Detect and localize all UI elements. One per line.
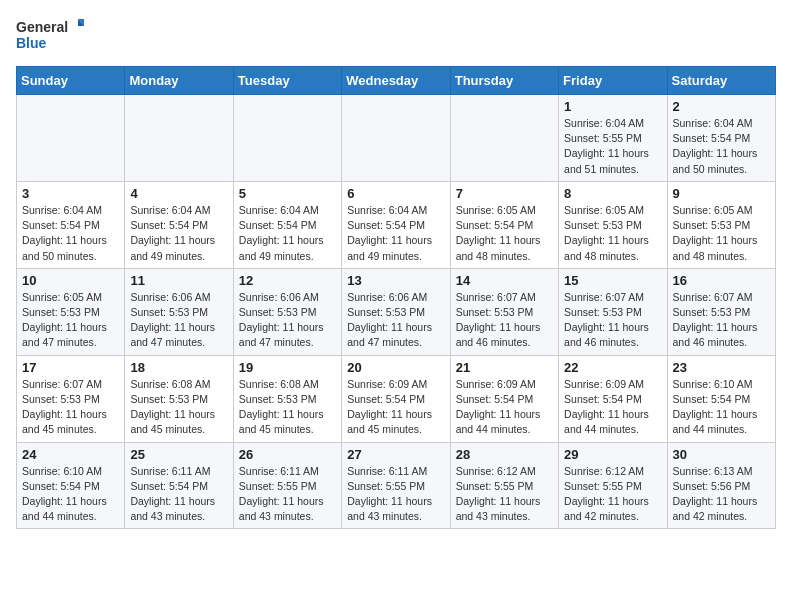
day-number: 17 <box>22 360 120 375</box>
day-info: Sunrise: 6:12 AMSunset: 5:55 PMDaylight:… <box>456 464 554 525</box>
calendar-cell: 23Sunrise: 6:10 AMSunset: 5:54 PMDayligh… <box>667 355 775 442</box>
day-number: 14 <box>456 273 554 288</box>
calendar-cell: 1Sunrise: 6:04 AMSunset: 5:55 PMDaylight… <box>559 95 667 182</box>
day-number: 28 <box>456 447 554 462</box>
calendar-cell: 30Sunrise: 6:13 AMSunset: 5:56 PMDayligh… <box>667 442 775 529</box>
day-info: Sunrise: 6:09 AMSunset: 5:54 PMDaylight:… <box>456 377 554 438</box>
day-info: Sunrise: 6:07 AMSunset: 5:53 PMDaylight:… <box>456 290 554 351</box>
calendar-cell: 17Sunrise: 6:07 AMSunset: 5:53 PMDayligh… <box>17 355 125 442</box>
day-number: 11 <box>130 273 228 288</box>
day-info: Sunrise: 6:11 AMSunset: 5:55 PMDaylight:… <box>347 464 445 525</box>
day-number: 13 <box>347 273 445 288</box>
calendar-cell: 25Sunrise: 6:11 AMSunset: 5:54 PMDayligh… <box>125 442 233 529</box>
calendar-cell: 3Sunrise: 6:04 AMSunset: 5:54 PMDaylight… <box>17 181 125 268</box>
day-info: Sunrise: 6:05 AMSunset: 5:54 PMDaylight:… <box>456 203 554 264</box>
week-row-3: 10Sunrise: 6:05 AMSunset: 5:53 PMDayligh… <box>17 268 776 355</box>
weekday-thursday: Thursday <box>450 67 558 95</box>
week-row-2: 3Sunrise: 6:04 AMSunset: 5:54 PMDaylight… <box>17 181 776 268</box>
page: General Blue SundayMondayTuesdayWednesda… <box>0 0 792 539</box>
day-info: Sunrise: 6:11 AMSunset: 5:55 PMDaylight:… <box>239 464 337 525</box>
calendar-cell: 24Sunrise: 6:10 AMSunset: 5:54 PMDayligh… <box>17 442 125 529</box>
weekday-saturday: Saturday <box>667 67 775 95</box>
weekday-tuesday: Tuesday <box>233 67 341 95</box>
week-row-1: 1Sunrise: 6:04 AMSunset: 5:55 PMDaylight… <box>17 95 776 182</box>
logo-svg: General Blue <box>16 16 86 56</box>
calendar-cell: 16Sunrise: 6:07 AMSunset: 5:53 PMDayligh… <box>667 268 775 355</box>
calendar-cell: 27Sunrise: 6:11 AMSunset: 5:55 PMDayligh… <box>342 442 450 529</box>
calendar: SundayMondayTuesdayWednesdayThursdayFrid… <box>16 66 776 529</box>
day-info: Sunrise: 6:09 AMSunset: 5:54 PMDaylight:… <box>347 377 445 438</box>
day-number: 29 <box>564 447 662 462</box>
svg-text:General: General <box>16 19 68 35</box>
day-info: Sunrise: 6:13 AMSunset: 5:56 PMDaylight:… <box>673 464 771 525</box>
calendar-cell <box>342 95 450 182</box>
svg-text:Blue: Blue <box>16 35 47 51</box>
calendar-cell: 22Sunrise: 6:09 AMSunset: 5:54 PMDayligh… <box>559 355 667 442</box>
day-info: Sunrise: 6:08 AMSunset: 5:53 PMDaylight:… <box>239 377 337 438</box>
day-info: Sunrise: 6:06 AMSunset: 5:53 PMDaylight:… <box>347 290 445 351</box>
day-number: 8 <box>564 186 662 201</box>
week-row-5: 24Sunrise: 6:10 AMSunset: 5:54 PMDayligh… <box>17 442 776 529</box>
week-row-4: 17Sunrise: 6:07 AMSunset: 5:53 PMDayligh… <box>17 355 776 442</box>
day-number: 19 <box>239 360 337 375</box>
day-info: Sunrise: 6:04 AMSunset: 5:55 PMDaylight:… <box>564 116 662 177</box>
calendar-cell <box>125 95 233 182</box>
calendar-cell: 26Sunrise: 6:11 AMSunset: 5:55 PMDayligh… <box>233 442 341 529</box>
day-info: Sunrise: 6:06 AMSunset: 5:53 PMDaylight:… <box>130 290 228 351</box>
day-number: 22 <box>564 360 662 375</box>
day-info: Sunrise: 6:11 AMSunset: 5:54 PMDaylight:… <box>130 464 228 525</box>
calendar-cell: 10Sunrise: 6:05 AMSunset: 5:53 PMDayligh… <box>17 268 125 355</box>
day-number: 7 <box>456 186 554 201</box>
day-number: 2 <box>673 99 771 114</box>
calendar-cell: 2Sunrise: 6:04 AMSunset: 5:54 PMDaylight… <box>667 95 775 182</box>
day-number: 21 <box>456 360 554 375</box>
weekday-friday: Friday <box>559 67 667 95</box>
logo: General Blue <box>16 16 86 56</box>
calendar-cell <box>17 95 125 182</box>
day-info: Sunrise: 6:04 AMSunset: 5:54 PMDaylight:… <box>239 203 337 264</box>
day-number: 23 <box>673 360 771 375</box>
day-info: Sunrise: 6:07 AMSunset: 5:53 PMDaylight:… <box>564 290 662 351</box>
day-number: 3 <box>22 186 120 201</box>
calendar-cell: 11Sunrise: 6:06 AMSunset: 5:53 PMDayligh… <box>125 268 233 355</box>
calendar-cell: 6Sunrise: 6:04 AMSunset: 5:54 PMDaylight… <box>342 181 450 268</box>
day-number: 20 <box>347 360 445 375</box>
day-info: Sunrise: 6:07 AMSunset: 5:53 PMDaylight:… <box>22 377 120 438</box>
calendar-cell: 15Sunrise: 6:07 AMSunset: 5:53 PMDayligh… <box>559 268 667 355</box>
calendar-cell: 29Sunrise: 6:12 AMSunset: 5:55 PMDayligh… <box>559 442 667 529</box>
calendar-cell: 19Sunrise: 6:08 AMSunset: 5:53 PMDayligh… <box>233 355 341 442</box>
header: General Blue <box>16 16 776 56</box>
day-number: 16 <box>673 273 771 288</box>
day-info: Sunrise: 6:09 AMSunset: 5:54 PMDaylight:… <box>564 377 662 438</box>
calendar-cell: 7Sunrise: 6:05 AMSunset: 5:54 PMDaylight… <box>450 181 558 268</box>
day-number: 26 <box>239 447 337 462</box>
day-info: Sunrise: 6:05 AMSunset: 5:53 PMDaylight:… <box>673 203 771 264</box>
day-info: Sunrise: 6:12 AMSunset: 5:55 PMDaylight:… <box>564 464 662 525</box>
weekday-monday: Monday <box>125 67 233 95</box>
calendar-cell: 12Sunrise: 6:06 AMSunset: 5:53 PMDayligh… <box>233 268 341 355</box>
calendar-cell: 8Sunrise: 6:05 AMSunset: 5:53 PMDaylight… <box>559 181 667 268</box>
day-info: Sunrise: 6:06 AMSunset: 5:53 PMDaylight:… <box>239 290 337 351</box>
calendar-cell: 28Sunrise: 6:12 AMSunset: 5:55 PMDayligh… <box>450 442 558 529</box>
day-number: 18 <box>130 360 228 375</box>
day-number: 24 <box>22 447 120 462</box>
day-number: 30 <box>673 447 771 462</box>
day-number: 10 <box>22 273 120 288</box>
day-number: 9 <box>673 186 771 201</box>
weekday-header-row: SundayMondayTuesdayWednesdayThursdayFrid… <box>17 67 776 95</box>
calendar-cell: 18Sunrise: 6:08 AMSunset: 5:53 PMDayligh… <box>125 355 233 442</box>
day-info: Sunrise: 6:08 AMSunset: 5:53 PMDaylight:… <box>130 377 228 438</box>
day-number: 27 <box>347 447 445 462</box>
day-number: 15 <box>564 273 662 288</box>
day-number: 6 <box>347 186 445 201</box>
day-info: Sunrise: 6:10 AMSunset: 5:54 PMDaylight:… <box>22 464 120 525</box>
calendar-cell: 9Sunrise: 6:05 AMSunset: 5:53 PMDaylight… <box>667 181 775 268</box>
calendar-cell: 20Sunrise: 6:09 AMSunset: 5:54 PMDayligh… <box>342 355 450 442</box>
calendar-cell: 13Sunrise: 6:06 AMSunset: 5:53 PMDayligh… <box>342 268 450 355</box>
day-number: 1 <box>564 99 662 114</box>
day-info: Sunrise: 6:04 AMSunset: 5:54 PMDaylight:… <box>673 116 771 177</box>
day-info: Sunrise: 6:04 AMSunset: 5:54 PMDaylight:… <box>22 203 120 264</box>
weekday-wednesday: Wednesday <box>342 67 450 95</box>
calendar-cell: 21Sunrise: 6:09 AMSunset: 5:54 PMDayligh… <box>450 355 558 442</box>
day-number: 4 <box>130 186 228 201</box>
